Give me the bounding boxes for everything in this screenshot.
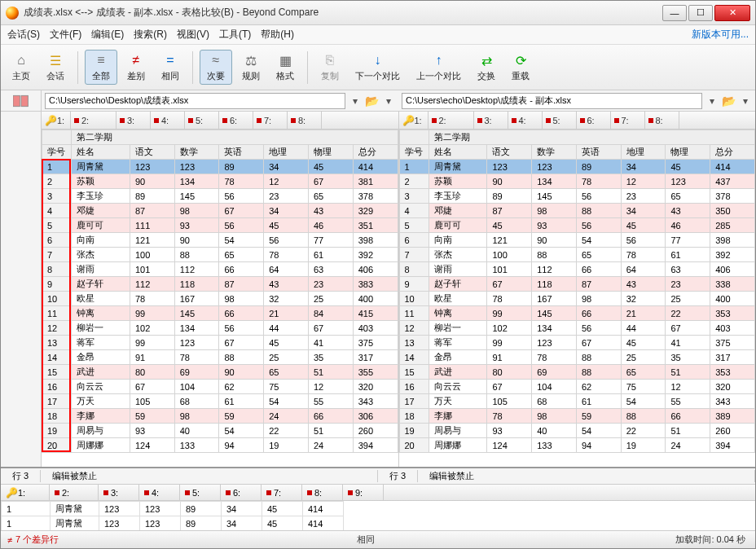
col-header[interactable]: 5: (185, 112, 219, 129)
menu-help[interactable]: 帮助(H) (261, 28, 294, 42)
table-row[interactable]: 13蒋军99123674541375 (42, 336, 398, 350)
col-header[interactable]: 4: (508, 112, 543, 129)
table-row[interactable]: 5鹿可可11193564546351 (42, 218, 398, 233)
menu-file[interactable]: 文件(F) (50, 28, 81, 42)
table-row[interactable]: 6向南12190545677398 (399, 233, 755, 248)
table-row[interactable]: 8谢雨101112666463406 (399, 262, 755, 277)
detail-col-header[interactable]: 🔑1: (1, 485, 50, 500)
table-row[interactable]: 5鹿可可4593564546285 (399, 218, 755, 233)
dropdown-icon[interactable]: ▾ (349, 95, 362, 107)
col-header[interactable]: 🔑1: (42, 112, 71, 129)
table-row[interactable]: 18李娜7898598866389 (399, 409, 755, 424)
maximize-button[interactable]: ☐ (688, 5, 713, 21)
left-grid[interactable]: 第二学期学号姓名语文数学英语地理物理总分1周青黛1231238934454142… (42, 130, 398, 467)
col-header[interactable]: 8: (288, 112, 322, 129)
dropdown-icon[interactable]: ▾ (705, 95, 719, 107)
minor-button[interactable]: ≈次要 (200, 50, 232, 85)
same-button[interactable]: =相同 (155, 51, 186, 84)
detail-col-header[interactable]: 7: (262, 485, 302, 500)
col-header[interactable]: 3: (474, 112, 508, 129)
table-row[interactable]: 10欧星78167983225400 (399, 292, 755, 306)
next-diff-button[interactable]: ↓下一个对比 (349, 51, 407, 84)
update-link[interactable]: 新版本可用... (692, 28, 749, 42)
table-row[interactable]: 18李娜5998592466306 (42, 409, 398, 424)
detail-grid[interactable]: 1周青黛1231238934454141周青黛123123893445414 (1, 501, 755, 530)
table-row[interactable]: 11钟离99145662184415 (42, 306, 398, 321)
menu-edit[interactable]: 编辑(E) (91, 28, 124, 42)
col-header[interactable]: 8: (645, 112, 679, 129)
table-row[interactable]: 7张杰10088657861392 (42, 248, 398, 262)
left-path-input[interactable] (45, 93, 345, 109)
table-row[interactable]: 2苏颖90134781267381 (42, 174, 398, 189)
table-row[interactable]: 1周青黛123123893445414 (399, 160, 755, 174)
format-button[interactable]: ▦格式 (270, 51, 301, 84)
col-header[interactable]: 6: (577, 112, 611, 129)
diff-button[interactable]: ≠差别 (121, 51, 152, 84)
table-row[interactable]: 12柳岩一102134564467403 (399, 321, 755, 336)
table-row[interactable]: 14金昂9178882535317 (42, 350, 398, 365)
folder-open-icon[interactable]: 📂 (365, 94, 379, 108)
table-row[interactable]: 17万天10568615455343 (42, 394, 398, 409)
all-button[interactable]: ≡全部 (85, 50, 117, 85)
table-row[interactable]: 15武进8069886551353 (399, 365, 755, 380)
table-row[interactable]: 10欧星78167983225400 (42, 292, 398, 306)
detail-col-header[interactable]: 6: (221, 485, 262, 500)
table-row[interactable]: 13蒋军99123674541375 (399, 336, 755, 350)
detail-col-header[interactable]: 4: (139, 485, 180, 500)
table-row[interactable]: 14金昂9178882535317 (399, 350, 755, 365)
folder-open-icon[interactable]: 📂 (722, 94, 736, 108)
copy-button[interactable]: ⎘复制 (314, 51, 345, 84)
detail-row[interactable]: 1周青黛123123893445414 (2, 502, 344, 516)
dropdown-icon[interactable]: ▾ (739, 95, 752, 107)
prev-diff-button[interactable]: ↑上一个对比 (410, 51, 468, 84)
menu-view[interactable]: 视图(V) (177, 28, 209, 42)
thumbnail-icon[interactable] (1, 90, 42, 111)
col-header[interactable]: 2: (71, 112, 116, 129)
menu-session[interactable]: 会话(S) (7, 28, 40, 42)
table-row[interactable]: 2苏颖901347812123437 (399, 174, 755, 189)
reload-button[interactable]: ⟳重载 (505, 51, 536, 84)
table-row[interactable]: 9赵子轩112118874323383 (42, 277, 398, 292)
swap-button[interactable]: ⇄交换 (471, 51, 502, 84)
close-button[interactable]: ✕ (714, 5, 750, 21)
table-row[interactable]: 19周易与9340542251260 (42, 424, 398, 438)
detail-col-header[interactable]: 5: (180, 485, 221, 500)
table-row[interactable]: 11钟离99145662122353 (399, 306, 755, 321)
detail-col-header[interactable]: 9: (343, 485, 384, 500)
minimize-button[interactable]: — (662, 5, 687, 21)
detail-col-header[interactable]: 8: (302, 485, 343, 500)
sessions-button[interactable]: ☰会话 (40, 51, 71, 84)
detail-row[interactable]: 1周青黛123123893445414 (2, 516, 344, 531)
col-header[interactable]: 3: (116, 112, 151, 129)
table-row[interactable]: 20周娜娜124133941924394 (399, 438, 755, 453)
table-row[interactable]: 12柳岩一102134564467403 (42, 321, 398, 336)
col-header[interactable]: 🔑1: (399, 112, 429, 129)
table-row[interactable]: 1周青黛123123893445414 (42, 160, 398, 174)
col-header[interactable]: 7: (253, 112, 288, 129)
home-button[interactable]: ⌂主页 (6, 51, 37, 84)
menu-search[interactable]: 搜索(R) (134, 28, 167, 42)
table-row[interactable]: 15武进8069906551355 (42, 365, 398, 380)
dropdown-icon[interactable]: ▾ (382, 95, 395, 107)
table-row[interactable]: 17万天10568615455343 (399, 394, 755, 409)
table-row[interactable]: 16向云云67104627512320 (42, 380, 398, 394)
detail-col-header[interactable]: 2: (50, 485, 99, 500)
overview-gutter[interactable] (1, 112, 42, 467)
col-header[interactable]: 4: (151, 112, 185, 129)
table-row[interactable]: 4邓婕8798883443350 (399, 204, 755, 218)
col-header[interactable]: 5: (543, 112, 577, 129)
detail-col-header[interactable]: 3: (99, 485, 139, 500)
table-row[interactable]: 3李玉珍89145562365378 (42, 189, 398, 204)
table-row[interactable]: 20周娜娜124133941924394 (42, 438, 398, 453)
col-header[interactable]: 7: (611, 112, 645, 129)
table-row[interactable]: 3李玉珍89145562365378 (399, 189, 755, 204)
col-header[interactable]: 2: (429, 112, 474, 129)
menu-tools[interactable]: 工具(T) (219, 28, 251, 42)
table-row[interactable]: 8谢雨101112666463406 (42, 262, 398, 277)
col-header[interactable]: 6: (219, 112, 253, 129)
table-row[interactable]: 4邓婕8798673443329 (42, 204, 398, 218)
table-row[interactable]: 7张杰10088657861392 (399, 248, 755, 262)
right-grid[interactable]: 第二学期学号姓名语文数学英语地理物理总分1周青黛1231238934454142… (399, 130, 756, 467)
rules-button[interactable]: ⚖规则 (235, 51, 266, 84)
right-path-input[interactable] (402, 93, 702, 109)
